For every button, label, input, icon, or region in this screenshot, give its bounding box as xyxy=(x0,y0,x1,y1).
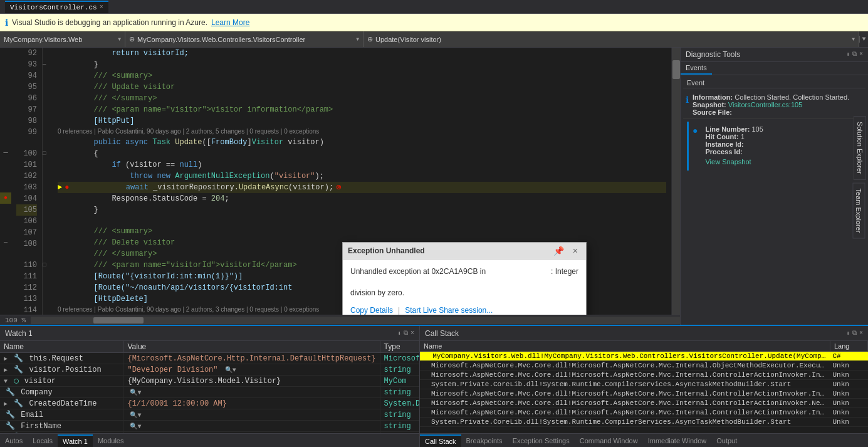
watch-row: ▶ 🔧 visitor.Position "Developer Division… xyxy=(0,364,419,376)
exception-detail: division by zero. xyxy=(350,287,578,298)
method-dropdown-arrow: ▼ xyxy=(852,36,855,42)
diagnostic-panel: Diagnostic Tools ⬇ ⧉ × Events Event ℹ In… xyxy=(680,48,868,325)
solution-explorer-tab[interactable]: Solution Explorer xyxy=(854,116,866,180)
watch-row: 🔧 FirstName 🔍▼ string xyxy=(0,421,419,432)
btab-command-window[interactable]: Command Window xyxy=(575,435,643,446)
process-id-label: Process Id: xyxy=(705,148,742,155)
event-row: ℹ Information: Collection Started. Colle… xyxy=(683,91,865,119)
btab-exception-settings[interactable]: Exception Settings xyxy=(508,435,575,446)
exception-type: : Integer xyxy=(551,266,578,277)
callstack-row: System.Private.CoreLib.dll!System.Runtim… xyxy=(420,380,868,389)
horizontal-scrollbar[interactable] xyxy=(31,317,680,324)
callstack-row: ► MyCompany.Visitors.Web.dll!MyCompany.V… xyxy=(420,352,868,361)
zoom-level[interactable]: 100 % xyxy=(0,317,31,324)
tab-filename: VisitorsController.cs xyxy=(10,4,97,11)
watch-row: ▶ 🔧 CreatedDateTime {1/1/0001 12:00:00 A… xyxy=(0,398,419,409)
hit-count-value: 1 xyxy=(741,133,745,140)
project-dropdown[interactable]: MyCompany.Visitors.Web ▼ xyxy=(0,31,125,47)
exception-dialog: Exception Unhandled 📌 × Unhandled except… xyxy=(342,242,587,315)
code-editor[interactable]: return visitorId; } /// <summary> /// Up… xyxy=(53,48,671,315)
dialog-header: Exception Unhandled 📌 × xyxy=(343,243,586,260)
callstack-row: System.Private.CoreLib.dll!System.Runtim… xyxy=(420,418,868,427)
btab-modules[interactable]: Modules xyxy=(93,435,129,446)
snapshot-section: ● Line Number: 105 Hit Count: 1 Instance… xyxy=(687,122,865,171)
class-dropdown-arrow: ▼ xyxy=(356,36,359,42)
watch-col-type: Type xyxy=(380,341,419,353)
team-explorer-tab[interactable]: Team Explorer xyxy=(853,183,865,239)
gutter: ─ ● ─ xyxy=(0,48,11,315)
hit-count-label: Hit Count: xyxy=(705,133,738,140)
instance-id-label: Instance Id: xyxy=(705,140,743,148)
tab-events[interactable]: Events xyxy=(681,62,712,75)
line-number-value: 105 xyxy=(751,125,763,133)
watch-row: ▶ 🔧 this.Request {Microsoft.AspNetCore.H… xyxy=(0,353,419,364)
watch-title: Watch 1 xyxy=(5,329,33,338)
callstack-row: Microsoft.AspNetCore.Mvc.Core.dll!Micros… xyxy=(420,389,868,399)
live-share-link[interactable]: Start Live Share session... xyxy=(405,305,493,315)
snapshot-label: Snapshot: xyxy=(693,101,726,108)
diagnostic-pin[interactable]: ⬇ xyxy=(846,51,850,58)
line-number-dot: ● xyxy=(693,125,698,166)
line-numbers: 9293949596979899 ⠀ 100101102103104 105 1… xyxy=(11,48,43,315)
btab-locals[interactable]: Locals xyxy=(28,435,58,446)
watch-row: ▼ ◯ visitor {MyCompany.Visitors.Model.Vi… xyxy=(0,376,419,387)
project-name: MyCompany.Visitors.Web xyxy=(4,36,82,43)
btab-output[interactable]: Output xyxy=(711,435,742,446)
callstack-title: Call Stack xyxy=(425,329,459,338)
method-dropdown[interactable]: ⊕ Update(Visitor visitor) ▼ xyxy=(363,31,859,47)
watch-col-value: Value xyxy=(123,341,380,353)
class-dropdown[interactable]: ⊕ MyCompany.Visitors.Web.Controllers.Vis… xyxy=(125,31,363,47)
tab-close[interactable]: × xyxy=(100,4,103,11)
info-message: Visual Studio is debugging an applicatio… xyxy=(12,18,207,27)
callstack-row: Microsoft.AspNetCore.Mvc.Core.dll!Micros… xyxy=(420,408,868,418)
callstack-row: Microsoft.AspNetCore.Mvc.Core.dll!Micros… xyxy=(420,399,868,408)
callstack-close[interactable]: × xyxy=(859,330,863,337)
btab-immediate-window[interactable]: Immediate Window xyxy=(643,435,712,446)
callstack-row: Microsoft.AspNetCore.Mvc.Core.dll!Micros… xyxy=(420,361,868,371)
btab-callstack[interactable]: Call Stack xyxy=(420,434,461,447)
callstack-pin[interactable]: ⬇ xyxy=(846,330,850,337)
copy-details-link[interactable]: Copy Details xyxy=(350,305,393,315)
callstack-float[interactable]: ⧉ xyxy=(852,330,857,337)
watch-close[interactable]: × xyxy=(410,330,414,337)
snapshot-file-link[interactable]: VisitorsController.cs:105 xyxy=(728,101,802,108)
callstack-col-name: Name xyxy=(420,341,830,352)
learn-more-link[interactable]: Learn More xyxy=(211,18,249,27)
view-snapshot-link[interactable]: View Snapshot xyxy=(705,158,751,166)
vertical-scrollbar[interactable] xyxy=(671,48,680,315)
nav-bar: MyCompany.Visitors.Web ▼ ⊕ MyCompany.Vis… xyxy=(0,31,868,48)
btab-watch1[interactable]: Watch 1 xyxy=(58,434,93,447)
project-dropdown-arrow: ▼ xyxy=(118,36,121,42)
fold-gutter: ─ □ □ xyxy=(43,48,53,315)
callstack-col-lang: Lang xyxy=(830,341,868,352)
method-name: ⊕ Update(Visitor visitor) xyxy=(367,35,441,43)
dialog-close-button[interactable]: × xyxy=(570,245,581,256)
callstack-row: Microsoft.AspNetCore.Mvc.Core.dll!Micros… xyxy=(420,371,868,380)
watch-float[interactable]: ⧉ xyxy=(404,330,408,337)
diagnostic-title: Diagnostic Tools xyxy=(686,50,740,59)
diagnostic-close[interactable]: × xyxy=(859,51,863,58)
watch-row: 🔧 Company 🔍▼ string xyxy=(0,387,419,398)
editor-footer: 100 % xyxy=(0,315,680,325)
btab-breakpoints[interactable]: Breakpoints xyxy=(461,435,508,446)
watch-row: 🔧 Email 🔍▼ string xyxy=(0,409,419,421)
diagnostic-float[interactable]: ⧉ xyxy=(852,51,857,58)
class-name: ⊕ MyCompany.Visitors.Web.Controllers.Vis… xyxy=(129,35,305,43)
info-bar: ℹ Visual Studio is debugging an applicat… xyxy=(0,14,868,31)
watch-col-name: Name xyxy=(0,341,123,353)
title-bar: VisitorsController.cs × xyxy=(0,0,868,14)
event-collection: Collection Started. xyxy=(735,93,791,101)
btab-autos[interactable]: Autos xyxy=(0,435,28,446)
dialog-title: Exception Unhandled xyxy=(348,245,425,256)
active-tab[interactable]: VisitorsController.cs × xyxy=(5,1,108,13)
source-label: Source File: xyxy=(693,108,732,116)
watch-pin[interactable]: ⬇ xyxy=(397,330,401,337)
dialog-pin-button[interactable]: 📌 xyxy=(550,245,567,256)
exception-message: Unhandled exception at 0x2CA1A9CB in : I… xyxy=(350,266,578,277)
info-icon: ℹ xyxy=(5,18,8,28)
line-number-label: Line Number: xyxy=(705,125,750,133)
event-info-label: Information: xyxy=(693,93,733,101)
